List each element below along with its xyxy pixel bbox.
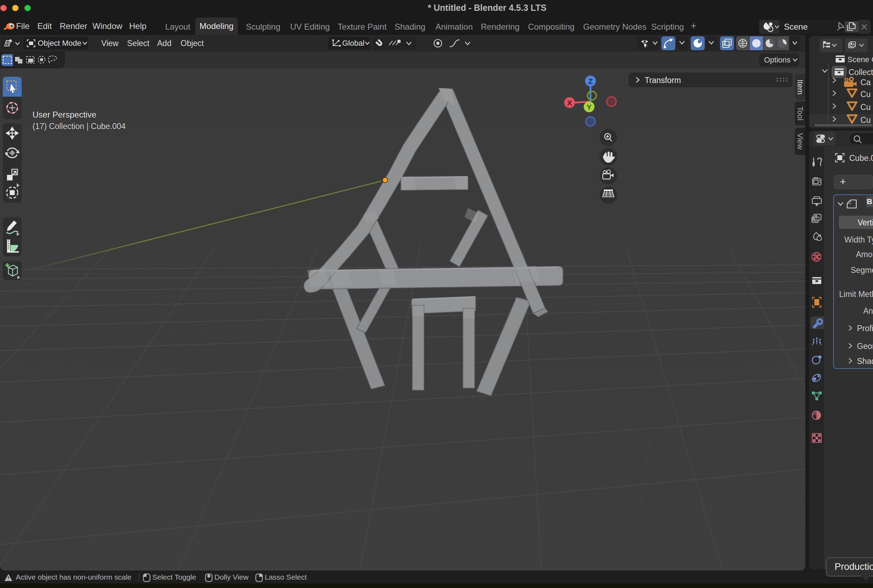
svg-text:Cu: Cu [860,116,870,124]
svg-text:Scene Coll: Scene Coll [847,55,873,64]
svg-text:Cu: Cu [860,90,870,99]
svg-text:Z: Z [588,77,593,85]
svg-text:Collecti: Collecti [849,68,873,77]
svg-text:Cu: Cu [860,103,870,112]
svg-text:X: X [567,99,572,107]
svg-text:Y: Y [587,103,592,111]
svg-text:Ca: Ca [860,78,871,87]
